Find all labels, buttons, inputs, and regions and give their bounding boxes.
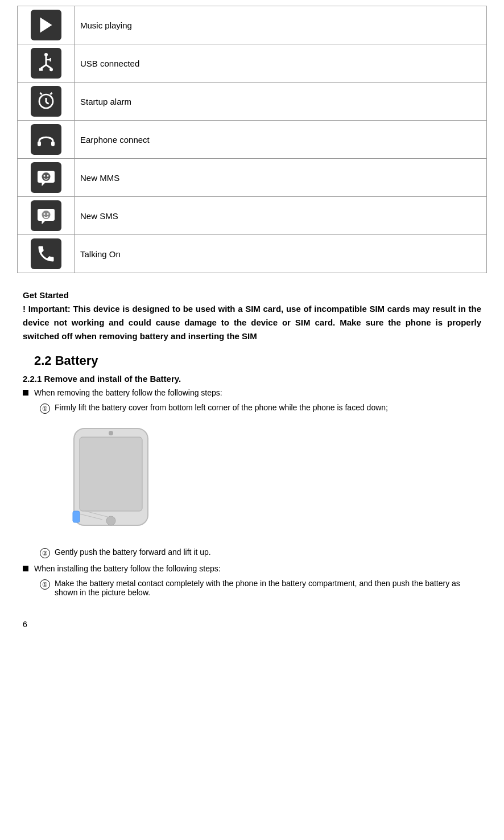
svg-marker-25 [42,221,45,224]
earphone-icon-cell [18,121,75,159]
svg-point-29 [109,431,113,435]
svg-line-3 [46,65,51,68]
icon-reference-table: Music playing [17,6,487,273]
svg-point-18 [43,175,45,177]
step-2-text: Gently push the battery forward and lift… [55,547,211,557]
table-row: USB connected [18,44,487,83]
bullet-item-install: When installing the battery follow the f… [23,564,481,573]
battery-section-heading: 2.2 Battery [34,353,481,368]
table-row: Music playing [18,6,487,44]
svg-marker-0 [40,18,52,33]
phone-image-container [57,423,481,538]
remove-step-2: ② Gently push the battery forward and li… [40,547,481,558]
step-number-2: ② [40,548,50,558]
remove-battery-text: When removing the battery follow the fol… [34,388,222,397]
music-playing-icon [31,10,61,40]
remove-step-1: ① Firmly lift the battery cover from bot… [40,403,481,414]
mms-message-icon [36,167,56,188]
usb-label: USB connected [75,44,487,83]
page-number: 6 [17,620,487,629]
get-started-heading: Get Started [23,290,481,300]
mms-icon-cell [18,159,75,197]
phone-illustration [57,423,171,537]
table-row: New MMS [18,159,487,197]
important-notice: ! Important: This device is designed to … [23,302,481,343]
step-1-text: Firmly lift the battery cover from botto… [55,403,388,412]
mms-label: New MMS [75,159,487,197]
bullet-icon-2 [23,566,28,571]
table-row: Talking On [18,235,487,273]
alarm-label: Startup alarm [75,83,487,121]
install-steps-list: ① Make the battery metal contact complet… [40,579,481,597]
step-number-3: ① [40,579,50,590]
install-battery-text: When installing the battery follow the f… [34,564,221,573]
svg-rect-30 [73,511,80,522]
remove-steps-list: ① Firmly lift the battery cover from bot… [40,403,481,414]
svg-line-11 [46,102,49,104]
music-label: Music playing [75,6,487,44]
svg-point-24 [47,213,48,215]
bullet-item-remove: When removing the battery follow the fol… [23,388,481,397]
svg-rect-15 [51,141,55,146]
talking-label: Talking On [75,235,487,273]
install-battery-list: When installing the battery follow the f… [23,564,481,573]
talking-icon-cell [18,235,75,273]
talking-on-icon [31,238,61,269]
remove-steps-list-2: ② Gently push the battery forward and li… [40,547,481,558]
svg-rect-5 [39,68,43,71]
subsection-heading: 2.2.1 Remove and install of the Battery. [23,374,481,384]
sms-message-icon [36,205,56,226]
startup-alarm-icon [31,86,61,117]
main-content: Get Started ! Important: This device is … [17,290,487,597]
remove-battery-list: When removing the battery follow the fol… [23,388,481,397]
usb-icon-cell [18,44,75,83]
svg-point-19 [47,175,48,177]
step-3-text: Make the battery metal contact completel… [55,579,481,597]
table-row: Earphone connect [18,121,487,159]
svg-point-23 [43,213,45,215]
earphone-label: Earphone connect [75,121,487,159]
usb-connected-icon [31,48,61,79]
new-sms-icon [31,200,61,231]
usb-icon [36,53,56,73]
table-row: New SMS [18,197,487,235]
sms-label: New SMS [75,197,487,235]
earphone-connect-icon [31,124,61,155]
alarm-icon [36,91,56,112]
svg-line-13 [50,93,52,94]
play-icon [36,15,56,35]
svg-point-6 [49,68,53,71]
svg-point-4 [44,53,48,56]
headphone-icon [36,129,56,150]
phone-call-icon [36,244,56,264]
svg-rect-27 [80,437,142,511]
step-number-1: ① [40,403,50,414]
install-step-1: ① Make the battery metal contact complet… [40,579,481,597]
svg-line-12 [40,93,42,94]
table-row: Startup alarm [18,83,487,121]
svg-rect-14 [38,141,41,146]
svg-marker-20 [42,183,45,186]
new-mms-icon [31,162,61,193]
alarm-icon-cell [18,83,75,121]
music-icon-cell [18,6,75,44]
sms-icon-cell [18,197,75,235]
bullet-icon [23,390,28,396]
svg-line-2 [41,65,46,68]
